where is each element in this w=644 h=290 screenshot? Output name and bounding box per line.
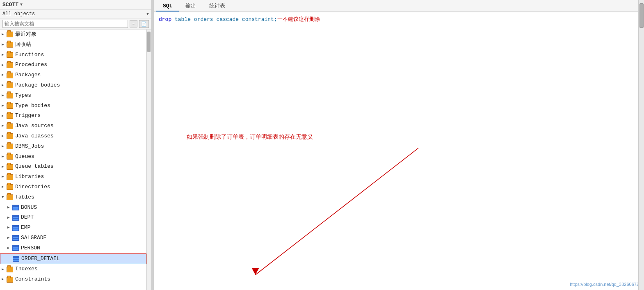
folder-icon-libraries xyxy=(7,174,13,180)
tree-arrow-java-classes: ▶ xyxy=(2,133,7,139)
tree-arrow-dept: ▶ xyxy=(7,215,12,221)
tree-arrow-types: ▶ xyxy=(2,93,7,98)
folder-icon-indexes xyxy=(7,267,13,272)
tree-label-triggers: Triggers xyxy=(15,112,41,120)
tree-arrow-directories: ▶ xyxy=(2,184,7,190)
tree-arrow-dbms-jobs: ▶ xyxy=(2,144,7,149)
tree-container: ▶最近对象▶回收站▶Functions▶Procedures▶Packages▶… xyxy=(0,30,151,290)
tree-label-bonus: BONUS xyxy=(21,203,37,212)
tree-item-indexes[interactable]: ▶Indexes xyxy=(0,264,146,274)
tree-arrow-constraints: ▶ xyxy=(2,276,7,282)
folder-icon-type-bodies xyxy=(7,103,13,109)
schema-selector[interactable]: SCOTT ▼ xyxy=(2,2,23,8)
tree-arrow-queue-tables: ▶ xyxy=(2,164,7,170)
sidebar-scrollbar-thumb xyxy=(147,32,151,52)
tree-item-constraints[interactable]: ▶Constraints xyxy=(0,274,146,285)
search-button[interactable]: ··· xyxy=(130,20,137,27)
tree-item-person[interactable]: ▶PERSON xyxy=(0,243,146,253)
tree-arrow-recycle: ▶ xyxy=(2,42,7,48)
tree-label-dbms-jobs: DBMS_Jobs xyxy=(15,142,44,151)
tree-label-package-bodies: Package bodies xyxy=(15,81,60,90)
code-comment: 一不建议这样删除 xyxy=(277,16,320,23)
tree-item-recent[interactable]: ▶最近对象 xyxy=(0,30,146,40)
tabs-bar: SQL输出统计表 xyxy=(154,0,644,12)
tree-item-recycle[interactable]: ▶回收站 xyxy=(0,40,146,50)
tree-label-tables: Tables xyxy=(15,193,34,202)
tree-arrow-emp: ▶ xyxy=(7,225,12,231)
tree-area[interactable]: ▶最近对象▶回收站▶Functions▶Procedures▶Packages▶… xyxy=(0,30,146,290)
tree-label-directories: Directories xyxy=(15,183,50,192)
tree-label-type-bodies: Type bodies xyxy=(15,102,50,110)
tree-label-order-detail: ORDER_DETAIL xyxy=(21,255,60,263)
code-editor[interactable]: drop table orders cascade constraint;一不建… xyxy=(154,12,644,290)
tree-label-indexes: Indexes xyxy=(15,265,38,274)
keyword-drop: drop xyxy=(159,16,171,23)
folder-icon-dbms-jobs xyxy=(7,144,13,149)
tree-item-queue-tables[interactable]: ▶Queue tables xyxy=(0,162,146,172)
tree-item-procedures[interactable]: ▶Procedures xyxy=(0,60,146,70)
tree-item-libraries[interactable]: ▶Libraries xyxy=(0,172,146,182)
folder-icon-packages xyxy=(7,73,13,78)
folder-icon-java-sources xyxy=(7,123,13,129)
tree-label-constraints: Constraints xyxy=(15,275,50,284)
tree-item-packages[interactable]: ▶Packages xyxy=(0,70,146,80)
tree-arrow-functions: ▶ xyxy=(2,52,7,58)
tree-item-dept[interactable]: ▶DEPT xyxy=(0,212,146,223)
content-scrollbar[interactable] xyxy=(638,0,644,290)
tree-item-java-classes[interactable]: ▶Java classes xyxy=(0,131,146,142)
tree-item-triggers[interactable]: ▶Triggers xyxy=(0,111,146,121)
tab-sql[interactable]: SQL xyxy=(156,1,179,11)
folder-icon-java-classes xyxy=(7,133,13,139)
folder-icon-queue-tables xyxy=(7,164,13,170)
tree-item-queues[interactable]: ▶Queues xyxy=(0,152,146,162)
tab-output[interactable]: 输出 xyxy=(179,0,203,12)
annotation-arrow xyxy=(178,131,441,287)
tab-stats[interactable]: 统计表 xyxy=(203,0,232,12)
annotation-text: 如果强制删除了订单表，订单明细表的存在无意义 xyxy=(187,133,313,141)
tree-item-emp[interactable]: ▶EMP xyxy=(0,223,146,233)
tree-arrow-type-bodies: ▶ xyxy=(2,103,7,109)
sidebar-scrollbar[interactable] xyxy=(146,30,151,290)
table-icon-order-detail xyxy=(13,256,19,262)
tree-item-bonus[interactable]: ▶BONUS xyxy=(0,203,146,213)
tree-item-tables[interactable]: ▼Tables xyxy=(0,192,146,203)
tree-label-emp: EMP xyxy=(21,224,30,232)
folder-icon-recycle xyxy=(7,42,13,48)
tree-item-package-bodies[interactable]: ▶Package bodies xyxy=(0,80,146,91)
tree-label-dept: DEPT xyxy=(21,213,34,222)
tree-item-directories[interactable]: ▶Directories xyxy=(0,182,146,192)
app-layout: SCOTT ▼ All objects ▼ ··· 📄 ▶最近对象▶回收站▶Fu… xyxy=(0,0,644,290)
tree-item-java-sources[interactable]: ▶Java sources xyxy=(0,121,146,131)
tree-arrow-package-bodies: ▶ xyxy=(2,82,7,88)
tree-item-order-detail[interactable]: ORDER_DETAIL xyxy=(0,253,146,265)
tree-item-dbms-jobs[interactable]: ▶DBMS_Jobs xyxy=(0,142,146,152)
tree-item-salgrade[interactable]: ▶SALGRADE xyxy=(0,233,146,243)
url-watermark: https://blog.csdn.net/qq_38260672 xyxy=(570,282,639,287)
filter-dropdown-icon[interactable]: ▼ xyxy=(146,12,149,16)
folder-icon-recent xyxy=(7,32,13,37)
tree-label-queue-tables: Queue tables xyxy=(15,162,54,171)
folder-icon-queues xyxy=(7,154,13,160)
table-icon-salgrade xyxy=(12,235,19,241)
new-doc-button[interactable]: 📄 xyxy=(139,20,149,28)
content-scrollbar-thumb xyxy=(639,3,644,28)
tree-label-packages: Packages xyxy=(15,71,41,80)
tree-arrow-packages: ▶ xyxy=(2,72,7,78)
content-area: SQL输出统计表 drop table orders cascade const… xyxy=(154,0,644,290)
tree-arrow-libraries: ▶ xyxy=(2,174,7,180)
tree-label-recycle: 回收站 xyxy=(15,41,31,49)
search-input[interactable] xyxy=(2,20,128,28)
tree-arrow-tables: ▼ xyxy=(2,194,7,200)
tree-label-person: PERSON xyxy=(21,244,40,253)
tree-label-java-classes: Java classes xyxy=(15,132,54,141)
tree-label-queues: Queues xyxy=(15,153,34,161)
tree-arrow-indexes: ▶ xyxy=(2,267,7,272)
folder-icon-tables xyxy=(7,194,13,200)
tree-label-salgrade: SALGRADE xyxy=(21,234,46,242)
tree-item-types[interactable]: ▶Types xyxy=(0,91,146,101)
schema-selector-header: SCOTT ▼ xyxy=(0,0,151,10)
folder-icon-triggers xyxy=(7,113,13,119)
tree-item-type-bodies[interactable]: ▶Type bodies xyxy=(0,101,146,111)
tree-item-functions[interactable]: ▶Functions xyxy=(0,50,146,60)
tree-arrow-java-sources: ▶ xyxy=(2,123,7,129)
